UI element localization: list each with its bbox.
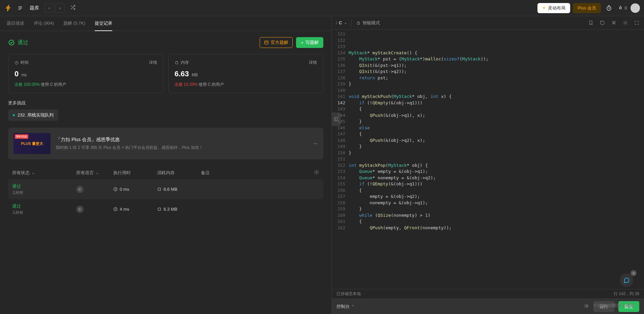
undo-icon[interactable] <box>599 20 606 26</box>
promo-image: 限时优惠 PLUS 量更大 <box>13 133 51 154</box>
tab-submissions[interactable]: 提交记录 <box>95 16 112 31</box>
lang-badge: C <box>76 186 84 193</box>
filter-status[interactable]: 所有状态 <box>12 170 66 176</box>
list-icon[interactable] <box>15 3 26 14</box>
code-editor[interactable]: 1311321331341351361371381391401411421431… <box>332 30 644 289</box>
clock-icon <box>113 207 118 211</box>
fire-icon[interactable]: 0 <box>617 3 628 14</box>
svg-rect-15 <box>158 208 161 211</box>
logo-icon[interactable] <box>4 4 12 12</box>
col-runtime: 执行用时 <box>113 170 147 176</box>
status-badge: 通过 <box>8 39 28 46</box>
challenge-chip[interactable]: 232. 用栈实现队列 <box>8 109 58 121</box>
time-detail-link[interactable]: 详情 <box>149 60 157 66</box>
tab-solutions[interactable]: 题解 (5.7K) <box>63 16 85 31</box>
memory-detail-link[interactable]: 详情 <box>309 60 317 66</box>
tab-description[interactable]: 题目描述 <box>7 16 24 31</box>
bookmark-icon[interactable] <box>587 20 594 26</box>
editor-toolbar: i C ⌄ 智能模式 ⌘ <box>332 16 644 30</box>
arrow-right-icon: → <box>312 140 318 147</box>
debug-icon[interactable] <box>584 303 589 310</box>
chat-fab[interactable] <box>620 273 633 287</box>
settings-icon[interactable] <box>622 20 628 26</box>
svg-rect-8 <box>175 61 178 64</box>
plus-member-button[interactable]: Plus 会员 <box>573 3 601 13</box>
svg-rect-5 <box>265 41 268 44</box>
language-selector[interactable]: i C ⌄ <box>336 20 347 25</box>
lang-badge: C <box>76 206 84 213</box>
difficulty-dot <box>13 114 15 116</box>
app-header: 题库 ‹ › ✦灵动布局 Plus 会员 0 <box>0 0 644 16</box>
promo-banner[interactable]: 限时优惠 PLUS 量更大 「力扣 Plus 会员」感恩季优惠 限时购 1 得 … <box>8 128 323 159</box>
timer-icon[interactable] <box>604 3 614 14</box>
page-title[interactable]: 题库 <box>30 5 39 11</box>
watermark: CSDN @醋溜马桶圈 <box>594 303 634 309</box>
submissions-header: 所有状态 所有语言 执行用时 消耗内存 备注 <box>8 166 323 179</box>
editor-footer: 已存储至本地 行 142，列 26 <box>332 289 644 298</box>
official-solution-button[interactable]: 官方题解 <box>260 37 293 48</box>
filter-language[interactable]: 所有语言 <box>76 170 103 176</box>
gear-icon[interactable] <box>314 169 319 176</box>
chat-close-icon[interactable]: ✕ <box>631 270 637 276</box>
tab-comments[interactable]: 评论 (904) <box>34 16 54 31</box>
memory-icon <box>175 61 179 65</box>
svg-rect-18 <box>357 23 360 24</box>
dynamic-layout-button[interactable]: ✦灵动布局 <box>537 3 570 13</box>
col-memory: 消耗内存 <box>157 170 191 176</box>
keyboard-icon[interactable]: ⌘ <box>610 20 617 26</box>
svg-point-20 <box>586 305 587 307</box>
svg-point-19 <box>624 22 626 24</box>
mode-selector[interactable]: 智能模式 <box>356 20 380 26</box>
submission-row[interactable]: 通过几秒前 C 0 ms 6.6 MB <box>8 179 323 199</box>
tabs: 题目描述 评论 (904) 题解 (5.7K) 提交记录 <box>0 16 331 31</box>
fullscreen-icon[interactable] <box>633 20 640 26</box>
chip-icon <box>157 207 162 211</box>
chip-icon <box>157 187 162 191</box>
write-solution-button[interactable]: +写题解 <box>296 37 323 48</box>
svg-point-11 <box>316 172 317 173</box>
lock-icon <box>356 21 360 25</box>
prev-button[interactable]: ‹ <box>45 3 54 13</box>
col-note: 备注 <box>201 170 304 176</box>
next-button[interactable]: › <box>55 3 65 13</box>
clock-icon <box>14 61 19 65</box>
submission-row[interactable]: 通过几秒前 C 4 ms 6.3 MB <box>8 199 323 219</box>
console-toggle[interactable]: 控制台 ⌃ <box>336 304 354 310</box>
time-metric[interactable]: 时间 详情 0 ms 击败 100.00% 使用 C 的用户 <box>8 54 164 93</box>
avatar[interactable] <box>631 3 640 13</box>
more-challenges-title: 更多挑战 <box>8 100 323 106</box>
shuffle-icon[interactable] <box>70 5 76 11</box>
memory-metric[interactable]: 内存 详情 6.63 MB 击败 13.33% 使用 C 的用户 <box>168 54 324 93</box>
clock-icon <box>113 187 118 191</box>
svg-rect-13 <box>158 188 161 191</box>
